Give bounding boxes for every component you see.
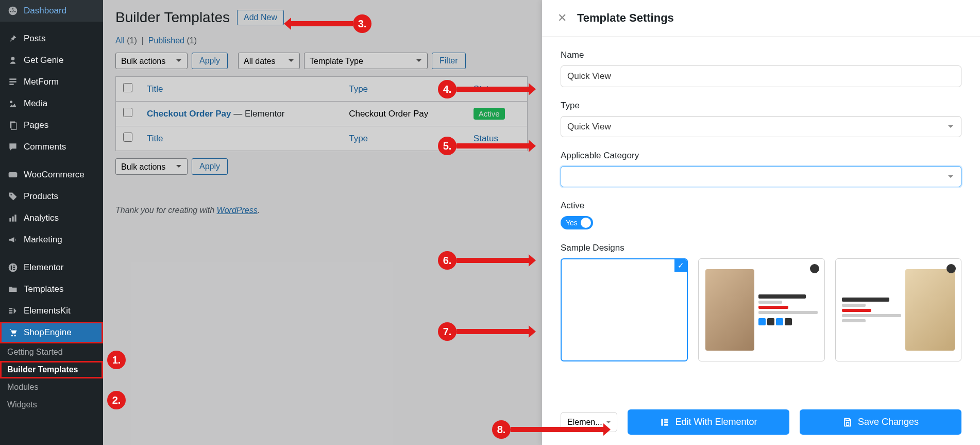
sidebar-item-woocommerce[interactable]: WooCommerce (0, 164, 103, 186)
ek-icon (7, 305, 19, 317)
sidebar-item-elementor[interactable]: Elementor (0, 257, 103, 278)
sample-designs-label: Sample Designs (561, 243, 961, 253)
templates-table: Title Type Status Checkout Order Pay — E… (115, 76, 528, 151)
close-icon[interactable]: ✕ (557, 11, 567, 25)
panel-title: Template Settings (577, 11, 674, 25)
status-badge: Active (474, 108, 505, 120)
edit-with-elementor-button[interactable]: Edit With Elementor (628, 409, 789, 435)
folder-icon (7, 284, 19, 295)
add-new-button[interactable]: Add New (237, 10, 284, 25)
svg-point-4 (10, 101, 12, 103)
svg-rect-13 (11, 266, 12, 270)
sample-design-3[interactable] (835, 258, 961, 361)
svg-rect-6 (11, 123, 16, 129)
select-all-checkbox-footer[interactable] (123, 133, 132, 142)
col-status-footer[interactable]: Status (466, 126, 528, 151)
sidebar-label: Dashboard (24, 6, 66, 16)
type-select[interactable]: Quick View (561, 116, 961, 137)
apply-button-bottom[interactable]: Apply (192, 158, 228, 175)
sidebar-item-media[interactable]: Media (0, 93, 103, 114)
sidebar-label: Get Genie (24, 55, 64, 65)
sidebar-label: Media (24, 98, 47, 109)
svg-rect-2 (9, 81, 16, 83)
sidebar-label: Templates (24, 284, 63, 294)
sidebar-item-dashboard[interactable]: Dashboard (0, 0, 103, 22)
template-type-select[interactable]: Template Type (304, 53, 428, 69)
col-status[interactable]: Status (466, 77, 528, 102)
svg-rect-7 (9, 172, 18, 177)
sidebar-item-elementskit[interactable]: ElementsKit (0, 300, 103, 322)
page-title: Builder Templates (115, 9, 230, 26)
sidebar-item-marketing[interactable]: Marketing (0, 229, 103, 251)
filter-all-link[interactable]: All (115, 36, 125, 45)
name-input[interactable] (561, 65, 961, 87)
sidebar-sub-builder-templates[interactable]: Builder Templates (0, 361, 103, 378)
svg-rect-15 (13, 267, 15, 268)
toggle-knob-icon (581, 218, 591, 228)
sidebar-label: Elementor (24, 262, 63, 273)
gauge-icon (7, 5, 19, 17)
select-all-checkbox[interactable] (123, 83, 132, 92)
sidebar-label: Pages (24, 120, 48, 130)
sidebar-label: MetForm (24, 77, 59, 87)
sidebar-sub-widgets[interactable]: Widgets (0, 396, 103, 414)
sidebar-sub-getting-started[interactable]: Getting Started (0, 343, 103, 361)
sample-design-2[interactable] (698, 258, 824, 361)
sidebar-item-templates[interactable]: Templates (0, 278, 103, 300)
row-checkbox[interactable] (123, 108, 132, 117)
svg-rect-16 (13, 269, 15, 270)
analytics-icon (7, 212, 19, 224)
sidebar-sub-modules[interactable]: Modules (0, 378, 103, 396)
filter-button[interactable]: Filter (432, 53, 466, 69)
col-title-footer[interactable]: Title (140, 126, 342, 151)
row-type: Checkout Order Pay (342, 102, 466, 126)
sidebar-item-genie[interactable]: Get Genie (0, 50, 103, 71)
table-row: Checkout Order Pay — Elementor Checkout … (116, 102, 528, 126)
sidebar-label: WooCommerce (24, 170, 85, 180)
sidebar-item-shopengine[interactable]: ShopEngine (0, 322, 103, 343)
pin-icon (7, 33, 19, 44)
sidebar-label: Comments (24, 142, 66, 152)
save-changes-button[interactable]: Save Changes (800, 409, 961, 435)
wordpress-link[interactable]: WordPress (217, 206, 258, 215)
filter-published-count: (1) (187, 36, 197, 45)
type-label: Type (561, 101, 961, 111)
svg-rect-22 (662, 419, 663, 425)
svg-point-21 (14, 335, 16, 336)
toggle-state-label: Yes (566, 219, 578, 227)
active-toggle[interactable]: Yes (561, 216, 593, 229)
svg-point-8 (10, 194, 12, 195)
svg-rect-19 (9, 312, 13, 314)
col-type[interactable]: Type (342, 77, 466, 102)
sidebar-item-comments[interactable]: Comments (0, 136, 103, 158)
pages-icon (7, 120, 19, 131)
svg-rect-11 (14, 215, 16, 221)
col-title[interactable]: Title (140, 77, 342, 102)
filter-published-link[interactable]: Published (148, 36, 184, 45)
sidebar-item-posts[interactable]: Posts (0, 28, 103, 50)
save-icon (842, 417, 853, 427)
template-settings-panel: ✕ Template Settings Name Type Quick View… (542, 0, 980, 445)
sidebar-item-analytics[interactable]: Analytics (0, 207, 103, 229)
col-type-footer[interactable]: Type (342, 126, 466, 151)
sidebar-item-products[interactable]: Products (0, 186, 103, 207)
date-filter-select[interactable]: All dates (238, 53, 300, 69)
apply-button[interactable]: Apply (192, 53, 228, 69)
admin-sidebar: Dashboard Posts Get Genie MetForm Media … (0, 0, 103, 445)
category-select[interactable] (561, 166, 961, 187)
row-title-link[interactable]: Checkout Order Pay (147, 109, 231, 119)
editor-select[interactable]: Elemen... (561, 412, 617, 432)
bulk-actions-select-bottom[interactable]: Bulk actions (115, 158, 188, 175)
woo-icon (7, 169, 19, 180)
products-icon (7, 191, 19, 202)
bulk-actions-select[interactable]: Bulk actions (115, 53, 188, 69)
form-icon (7, 76, 19, 88)
sidebar-label: Products (24, 191, 58, 202)
cart-icon (7, 327, 19, 338)
sidebar-item-pages[interactable]: Pages (0, 114, 103, 136)
comments-icon (7, 141, 19, 153)
sidebar-label: Posts (24, 34, 46, 44)
sidebar-item-metform[interactable]: MetForm (0, 71, 103, 93)
row-title-suffix: — Elementor (231, 109, 284, 119)
sample-design-blank[interactable]: ✓ (561, 258, 688, 361)
